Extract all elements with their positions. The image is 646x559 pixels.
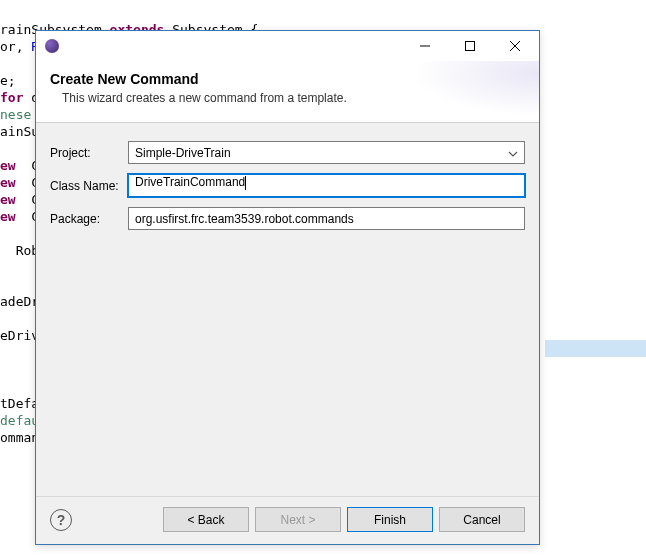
package-field[interactable] [135,208,518,229]
project-label: Project: [50,146,128,160]
help-icon[interactable]: ? [50,509,72,531]
text-caret [245,176,246,190]
selection-highlight [545,340,646,357]
dialog-subtitle: This wizard creates a new command from a… [62,91,525,105]
svg-rect-1 [465,42,474,51]
eclipse-icon [44,38,60,54]
close-button[interactable] [492,32,537,60]
minimize-button[interactable] [402,32,447,60]
classname-input[interactable]: DriveTrainCommand [128,174,525,197]
cancel-button[interactable]: Cancel [439,507,525,532]
dialog-form: Project: Simple-DriveTrain Class Name: D… [36,123,539,496]
package-input[interactable] [128,207,525,230]
maximize-button[interactable] [447,32,492,60]
create-command-dialog: Create New Command This wizard creates a… [35,30,540,545]
dialog-button-bar: ? < Back Next > Finish Cancel [36,496,539,544]
dialog-title: Create New Command [50,71,525,87]
dialog-titlebar[interactable] [36,31,539,61]
dialog-banner: Create New Command This wizard creates a… [36,61,539,123]
project-value: Simple-DriveTrain [135,146,231,160]
finish-button[interactable]: Finish [347,507,433,532]
classname-label: Class Name: [50,179,128,193]
chevron-down-icon [508,146,518,160]
project-combo[interactable]: Simple-DriveTrain [128,141,525,164]
next-button: Next > [255,507,341,532]
package-label: Package: [50,212,128,226]
back-button[interactable]: < Back [163,507,249,532]
